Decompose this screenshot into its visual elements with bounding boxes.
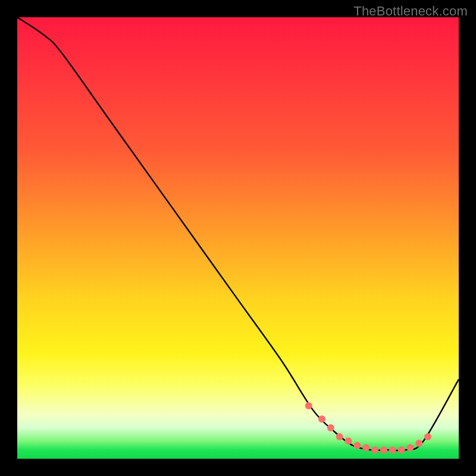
marker-dot — [362, 444, 369, 451]
plot-area — [17, 17, 459, 459]
chart-svg — [17, 17, 459, 459]
marker-dot — [398, 446, 405, 453]
marker-layer — [305, 402, 431, 453]
marker-dot — [380, 446, 387, 453]
curve-layer — [17, 17, 459, 450]
marker-dot — [406, 444, 414, 451]
chart-frame: TheBottleneck.com — [0, 0, 476, 476]
marker-dot — [327, 424, 334, 431]
marker-dot — [305, 402, 312, 409]
marker-dot — [345, 437, 352, 444]
marker-dot — [336, 433, 343, 440]
watermark-text: TheBottleneck.com — [353, 4, 468, 19]
marker-dot — [415, 440, 422, 447]
marker-dot — [389, 446, 396, 453]
marker-dot — [424, 433, 431, 440]
marker-dot — [318, 415, 325, 422]
bottleneck-curve — [17, 17, 459, 450]
marker-dot — [371, 446, 378, 453]
marker-dot — [353, 442, 361, 449]
